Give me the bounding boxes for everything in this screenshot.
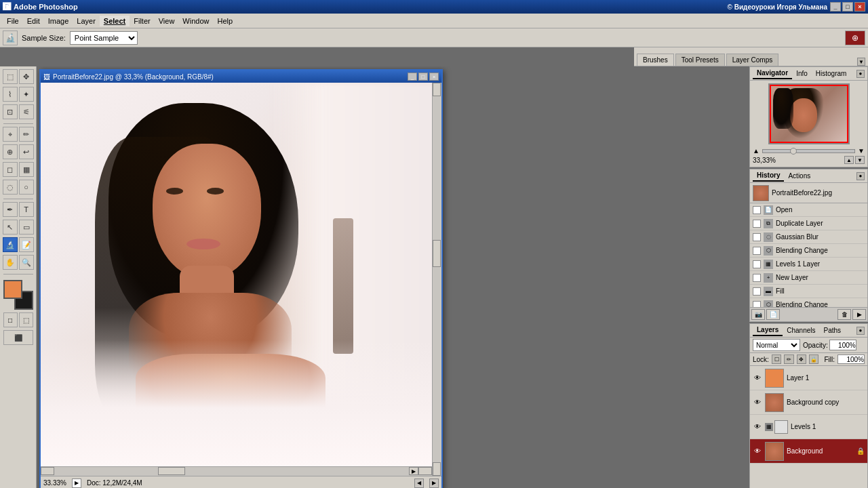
tab-actions[interactable]: Actions [784, 171, 814, 181]
tool-slice[interactable]: ⚟ [19, 104, 34, 119]
history-new-snapshot-btn[interactable]: 📷 [751, 309, 765, 320]
eyedropper-tool-btn[interactable]: ⊕ [845, 30, 865, 45]
tool-eyedropper[interactable]: 🔬 [3, 237, 18, 252]
history-item-duplicate[interactable]: ⧉ Duplicate Layer [750, 217, 867, 230]
doc-minimize-btn[interactable]: _ [408, 73, 417, 81]
layer-visibility-background[interactable]: 👁 [753, 447, 762, 456]
tool-eraser[interactable]: ◻ [3, 162, 18, 177]
history-item-gaussian[interactable]: ◌ Gaussian Blur [750, 230, 867, 244]
history-item-blending1[interactable]: ⬡ Blending Change [750, 244, 867, 258]
minimize-button[interactable]: _ [830, 2, 841, 12]
navigator-panel-group: Navigator Info Histogram ● ▲ [749, 66, 868, 167]
canvas-scrollbar-v[interactable] [432, 83, 441, 476]
tool-healing-brush[interactable]: ⌖ [3, 127, 18, 142]
status-arrow-right[interactable]: ▶ [429, 479, 439, 488]
tool-hand[interactable]: ✋ [3, 255, 18, 270]
layer-item-layer1[interactable]: 👁 Layer 1 [750, 366, 867, 390]
layers-panel-collapse[interactable]: ● [856, 327, 865, 335]
menu-help[interactable]: Help [213, 16, 237, 26]
quick-mask-btn[interactable]: ⬚ [19, 312, 33, 327]
tool-lasso[interactable]: ⌇ [3, 87, 18, 102]
tool-history-brush[interactable]: ↩ [19, 144, 34, 159]
nav-zoom-in-btn[interactable]: ▼ [858, 147, 865, 155]
tool-shape[interactable]: ▭ [19, 220, 34, 235]
tool-gradient[interactable]: ▦ [19, 162, 34, 177]
tool-zoom[interactable]: 🔍 [19, 255, 34, 270]
tab-histogram[interactable]: Histogram [812, 68, 851, 79]
standard-mode-btn[interactable]: □ [3, 312, 18, 327]
nav-zoom-out-btn[interactable]: ▲ [753, 147, 760, 155]
nav-expand-btn[interactable]: ▲ [844, 156, 854, 164]
lock-pixels-btn[interactable]: ✏ [784, 354, 793, 364]
history-item-open[interactable]: 📄 Open [750, 203, 867, 217]
history-delete-btn[interactable]: 🗑 [837, 309, 851, 320]
tab-paths[interactable]: Paths [820, 325, 846, 336]
layer-item-levels1[interactable]: 👁 ▦ Levels 1 [750, 415, 867, 439]
screen-mode-standard[interactable]: ⬛ [3, 330, 33, 345]
history-item-levels[interactable]: ▦ Levels 1 Layer [750, 258, 867, 271]
history-panel-menu[interactable]: ▶ [852, 309, 866, 320]
history-new-doc-btn[interactable]: 📄 [766, 309, 780, 320]
tab-history[interactable]: History [753, 170, 784, 182]
lock-all-btn[interactable]: 🔒 [809, 354, 818, 364]
menu-edit[interactable]: Edit [23, 16, 44, 26]
blend-mode-select[interactable]: Normal [753, 339, 800, 351]
lock-position-btn[interactable]: ✥ [797, 354, 806, 364]
history-item-new-layer[interactable]: + New Layer [750, 271, 867, 285]
foreground-color-box[interactable] [3, 280, 22, 299]
tab-channels[interactable]: Channels [783, 325, 819, 336]
tool-dodge[interactable]: ○ [19, 180, 34, 195]
nav-shrink-btn[interactable]: ▼ [855, 156, 865, 164]
layer-visibility-bg-copy[interactable]: 👁 [753, 398, 762, 407]
tool-brush[interactable]: ✏ [19, 127, 34, 142]
history-panel-collapse[interactable]: ● [856, 172, 865, 180]
menu-select[interactable]: Select [100, 16, 130, 26]
layer-visibility-layer1[interactable]: 👁 [753, 373, 762, 383]
tool-notes[interactable]: 📝 [19, 237, 34, 252]
close-button[interactable]: × [854, 2, 865, 12]
status-arrow-left[interactable]: ◀ [414, 479, 424, 488]
right-panels: Navigator Info Histogram ● ▲ [749, 66, 868, 488]
doc-close-btn[interactable]: × [429, 73, 439, 81]
layer-visibility-levels1[interactable]: 👁 [753, 422, 762, 432]
color-picker[interactable] [3, 280, 33, 310]
menu-view[interactable]: View [155, 16, 179, 26]
tool-marquee[interactable]: ⬚ [3, 69, 18, 84]
tool-move[interactable]: ✥ [19, 69, 34, 84]
menu-layer[interactable]: Layer [73, 16, 100, 26]
tool-path-select[interactable]: ↖ [3, 220, 18, 235]
tool-preset-picker[interactable]: 🔬 [3, 30, 18, 45]
menu-image[interactable]: Image [44, 16, 73, 26]
tool-blur[interactable]: ◌ [3, 180, 18, 195]
menu-filter[interactable]: Filter [130, 16, 154, 26]
layer-item-background[interactable]: 👁 Background 🔒 [750, 439, 867, 464]
document-canvas[interactable]: ▶ [41, 83, 441, 476]
status-info-btn[interactable]: ▶ [72, 479, 81, 488]
canvas-scrollbar-h[interactable]: ▶ [41, 466, 432, 476]
tool-pen[interactable]: ✒ [3, 202, 18, 217]
nav-zoom-slider[interactable] [762, 149, 855, 153]
opacity-input[interactable] [829, 340, 856, 350]
tab-info[interactable]: Info [792, 68, 812, 79]
tab-tool-presets[interactable]: Tool Presets [675, 54, 725, 66]
top-panel-collapse[interactable]: ▼ [857, 58, 865, 66]
tool-magic-wand[interactable]: ✦ [19, 87, 34, 102]
fill-input[interactable] [837, 354, 865, 364]
menu-file[interactable]: File [3, 16, 23, 26]
tool-crop[interactable]: ⊡ [3, 104, 18, 119]
doc-maximize-btn[interactable]: □ [418, 73, 428, 81]
tab-layers[interactable]: Layers [753, 325, 783, 336]
tab-layer-comps[interactable]: Layer Comps [726, 54, 778, 66]
sample-size-select[interactable]: Point Sample 3 by 3 Average 5 by 5 Avera… [70, 31, 138, 45]
tool-clone-stamp[interactable]: ⊕ [3, 144, 18, 159]
tab-navigator[interactable]: Navigator [753, 68, 792, 79]
menu-window[interactable]: Window [178, 16, 213, 26]
lock-transparent-btn[interactable]: ☐ [772, 354, 781, 364]
history-item-blending2[interactable]: ⬡ Blending Change [750, 298, 867, 307]
history-item-fill[interactable]: ▬ Fill [750, 285, 867, 298]
tool-text[interactable]: T [19, 202, 34, 217]
navigator-panel-collapse[interactable]: ● [856, 70, 865, 78]
tab-brushes[interactable]: Brushes [637, 54, 674, 66]
layer-item-bg-copy[interactable]: 👁 Background copy [750, 390, 867, 415]
maximize-button[interactable]: □ [842, 2, 853, 12]
